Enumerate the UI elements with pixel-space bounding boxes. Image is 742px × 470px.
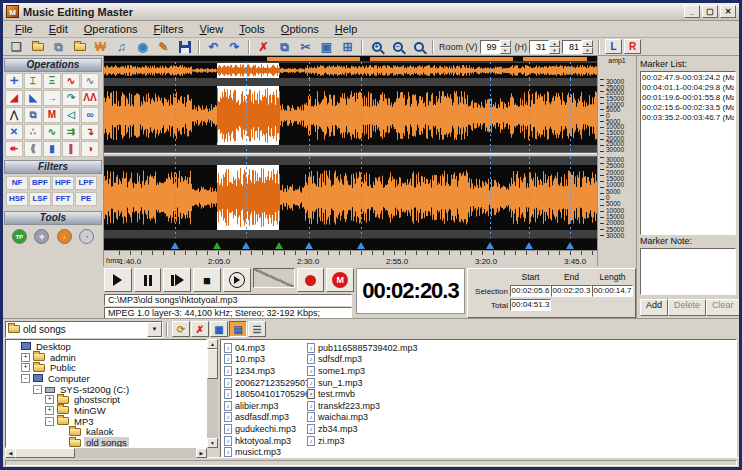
spin-down-icon[interactable]: ▼	[500, 47, 511, 54]
op-wave-red-button[interactable]: ∿	[62, 73, 80, 89]
op-h-select-button[interactable]: ⌶	[24, 73, 42, 89]
filter-nf-button[interactable]: NF	[6, 176, 28, 190]
menu-operations[interactable]: Operations	[76, 22, 146, 36]
file-item[interactable]: 10.mp3	[224, 354, 307, 366]
marker-list-item[interactable]: 00:03:35.2-00:03:46.7 (Marker	[642, 113, 734, 123]
file-item[interactable]: 1234.mp3	[224, 365, 307, 377]
edit-icon[interactable]: ✎	[154, 39, 173, 55]
marker-list-item[interactable]: 00:01:19.6-00:01:55.8 (Marker	[642, 93, 734, 103]
filter-bpf-button[interactable]: BPF	[29, 176, 51, 190]
marker-note-input[interactable]	[640, 248, 736, 295]
menu-file[interactable]: File	[7, 22, 41, 36]
menu-filters[interactable]: Filters	[146, 22, 192, 36]
file-item[interactable]: test.rmvb	[307, 388, 507, 400]
file-item[interactable]: alibier.mp3	[224, 400, 307, 412]
spin-up-icon[interactable]: ▲	[549, 40, 560, 47]
view-details-button[interactable]: ☰	[248, 321, 266, 337]
minimize-button[interactable]: _	[684, 5, 700, 18]
op-fade-in-button[interactable]: ◢	[5, 90, 23, 106]
right-channel-button[interactable]: R	[624, 39, 641, 54]
file-item[interactable]: pub1165885739402.mp3	[307, 342, 507, 354]
op-amplify-button[interactable]: ⋀	[5, 107, 23, 123]
zoom-full-icon[interactable]	[409, 39, 428, 55]
redo-icon[interactable]: ↷	[225, 39, 244, 55]
marker-triangle-icon[interactable]	[242, 242, 250, 249]
maximize-button[interactable]: ▢	[702, 5, 718, 18]
loop-play-button[interactable]	[223, 268, 251, 292]
marker-list-item[interactable]: 00:02:15.6-00:02:33.5 (Marker	[642, 103, 734, 113]
paste-icon[interactable]: ▣	[317, 39, 336, 55]
selection-triangle-icon[interactable]	[213, 242, 221, 249]
collapse-icon[interactable]: -	[21, 374, 30, 383]
tree-item-kalaok[interactable]: kalaok	[6, 427, 206, 438]
tree-item-public[interactable]: +Public	[6, 362, 206, 373]
op-echo-button[interactable]: ⟪	[24, 141, 42, 157]
new-file-icon[interactable]: ❏	[7, 39, 26, 55]
filter-hsf-button[interactable]: HSF	[6, 192, 28, 206]
room-v-value[interactable]: 99	[480, 40, 500, 54]
folder-export-icon[interactable]	[70, 39, 89, 55]
record-button[interactable]	[297, 268, 325, 292]
marker-list-item[interactable]: 00:04:01.1-00:04:29.8 (Marker	[642, 83, 734, 93]
op-speaker-button[interactable]: ◁	[62, 107, 80, 123]
file-item[interactable]: 04.mp3	[224, 342, 307, 354]
file-item[interactable]: zi.mp3	[307, 435, 507, 447]
room-h-spinner[interactable]: 31 ▲▼	[529, 40, 560, 54]
zoom-in-icon[interactable]: +	[367, 39, 386, 55]
op-infinity-button[interactable]: ∞	[81, 107, 99, 123]
audio-extract-icon[interactable]: ♫	[112, 39, 131, 55]
tree-item-old-songs[interactable]: old songs	[6, 437, 206, 448]
view-list-button[interactable]: ▤	[229, 321, 247, 337]
scroll-up-icon[interactable]: ▲	[207, 339, 218, 349]
spin-up-icon[interactable]: ▲	[500, 40, 511, 47]
filter-lpf-button[interactable]: LPF	[75, 176, 97, 190]
tool-globe-icon[interactable]: ◔	[79, 229, 94, 244]
cd-play-icon[interactable]: ◉	[133, 39, 152, 55]
spin-down-icon[interactable]: ▼	[582, 47, 593, 54]
op-reverse-button[interactable]: ↞	[5, 141, 23, 157]
refresh-button[interactable]: ⟳	[172, 321, 190, 337]
volume-slider[interactable]	[253, 268, 295, 288]
marker-triangle-icon[interactable]	[525, 242, 533, 249]
delete-icon[interactable]: ✗	[254, 39, 273, 55]
filter-lsf-button[interactable]: LSF	[29, 192, 51, 206]
op-levels-button[interactable]: ∥	[62, 141, 80, 157]
zoom-out-icon[interactable]: −	[388, 39, 407, 55]
folder-dropdown[interactable]: old songs ▼	[5, 321, 163, 338]
selection-triangle-icon[interactable]	[275, 242, 283, 249]
record-new-button[interactable]: M	[326, 268, 354, 292]
folder-tree[interactable]: Desktop+admin+Public-Computer-SYS-st200g…	[5, 339, 207, 448]
room-h2-spinner[interactable]: 81 ▲▼	[562, 40, 593, 54]
file-convert-icon[interactable]: ⧉	[49, 39, 68, 55]
marker-triangle-icon[interactable]	[171, 242, 179, 249]
room-h2-value[interactable]: 81	[562, 40, 582, 54]
marker-triangle-icon[interactable]	[357, 242, 365, 249]
expand-icon[interactable]: +	[21, 363, 30, 372]
cut-icon[interactable]: ✂	[296, 39, 315, 55]
file-item[interactable]: asdfasdf.mp3	[224, 412, 307, 424]
menu-view[interactable]: View	[192, 22, 232, 36]
menu-edit[interactable]: Edit	[41, 22, 76, 36]
op-insert-button[interactable]: ↴	[81, 124, 99, 140]
op-pan-button[interactable]: ◑	[81, 141, 99, 157]
op-compress-button[interactable]: M	[43, 107, 61, 123]
file-item[interactable]: hktotyoal.mp3	[224, 435, 307, 447]
op-peaks-button[interactable]: ΛΛ	[81, 90, 99, 106]
collapse-icon[interactable]: -	[45, 417, 54, 426]
file-item[interactable]: transkf223.mp3	[307, 400, 507, 412]
file-list-pane[interactable]: 04.mp310.mp31234.mp3200627123529507.mp31…	[220, 339, 737, 458]
overview-waveform[interactable]	[104, 62, 597, 79]
scroll-right-icon[interactable]: ▶	[196, 448, 207, 458]
dropdown-arrow-icon[interactable]: ▼	[147, 322, 162, 337]
tool-gear-icon[interactable]: ✣	[34, 229, 49, 244]
tool-tp-icon[interactable]: TP	[12, 229, 27, 244]
copy-icon[interactable]: ⧉	[275, 39, 294, 55]
undo-icon[interactable]: ↶	[204, 39, 223, 55]
view-icons-button[interactable]: ▦	[210, 321, 228, 337]
tree-vertical-scrollbar[interactable]: ▲ ▼	[207, 339, 218, 448]
tree-item-sys-st200g-c-[interactable]: -SYS-st200g (C:)	[6, 384, 206, 395]
title-bar[interactable]: M Music Editing Master _ ▢ ✕	[3, 3, 739, 21]
op-wave-gray-button[interactable]: ∿	[81, 73, 99, 89]
play-button[interactable]	[104, 268, 132, 292]
tree-item-computer[interactable]: -Computer	[6, 373, 206, 384]
